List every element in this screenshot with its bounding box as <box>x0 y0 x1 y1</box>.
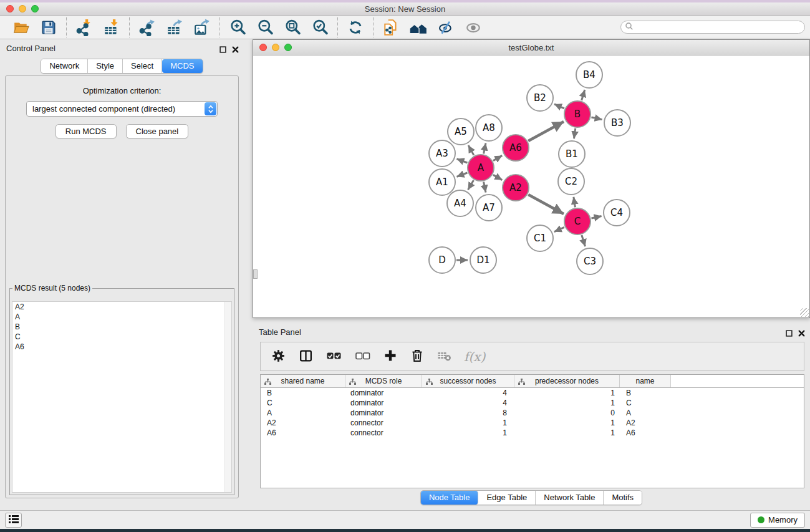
save-session-button[interactable] <box>37 17 60 37</box>
table-row[interactable]: A2connector11A2 <box>261 418 804 428</box>
graph-edge-B-B3[interactable] <box>591 117 602 120</box>
table-cell[interactable]: 8 <box>422 409 514 417</box>
tab-network-table[interactable]: Network Table <box>536 491 604 505</box>
graph-node-A6[interactable]: A6 <box>503 135 529 161</box>
float-panel-icon[interactable] <box>219 44 226 56</box>
delete-table-button[interactable] <box>436 347 452 367</box>
create-column-button[interactable] <box>383 347 398 367</box>
table-cell[interactable]: 4 <box>422 399 514 407</box>
table-cell[interactable]: A2 <box>620 418 671 427</box>
import-table-button[interactable] <box>100 17 123 37</box>
table-cell[interactable]: dominator <box>345 389 422 397</box>
mcds-result-item[interactable]: A6 <box>12 342 231 352</box>
run-mcds-button[interactable]: Run MCDS <box>55 124 117 138</box>
function-builder-button[interactable]: f(x) <box>464 347 485 367</box>
table-cell[interactable]: C <box>261 399 345 407</box>
copy-network-button[interactable] <box>379 17 403 37</box>
table-cell[interactable]: A <box>261 409 345 417</box>
toggle-graphics-details-button[interactable] <box>434 17 458 37</box>
mcds-result-item[interactable]: A <box>12 312 231 322</box>
graph-edge-C-C4[interactable] <box>591 216 601 218</box>
table-options-button[interactable] <box>271 347 286 367</box>
graph-node-B2[interactable]: B2 <box>527 85 553 111</box>
graph-node-A7[interactable]: A7 <box>476 195 502 221</box>
zoom-out-button[interactable] <box>253 17 277 37</box>
table-cell[interactable]: dominator <box>345 409 422 417</box>
tab-select[interactable]: Select <box>123 59 162 73</box>
graph-node-B1[interactable]: B1 <box>559 141 585 167</box>
task-history-button[interactable] <box>5 513 22 528</box>
table-cell[interactable]: 1 <box>514 428 620 437</box>
graph-node-A1[interactable]: A1 <box>429 169 455 195</box>
table-row[interactable]: Bdominator41B <box>261 388 804 398</box>
table-cell[interactable]: 4 <box>422 389 514 397</box>
memory-button[interactable]: Memory <box>750 513 805 528</box>
tab-motifs[interactable]: Motifs <box>604 491 642 505</box>
table-cell[interactable]: 1 <box>514 418 620 427</box>
close-panel-icon[interactable] <box>798 328 805 339</box>
maximize-window-button[interactable] <box>31 5 39 12</box>
graph-node-A5[interactable]: A5 <box>448 118 474 145</box>
tab-node-table[interactable]: Node Table <box>421 491 479 505</box>
table-cell[interactable]: A6 <box>261 428 345 437</box>
graph-edge-C-C2[interactable] <box>574 197 576 208</box>
table-cell[interactable]: C <box>620 399 671 407</box>
deselect-all-columns-button[interactable] <box>354 347 371 367</box>
graph-node-C1[interactable]: C1 <box>527 225 553 251</box>
tab-edge-table[interactable]: Edge Table <box>478 491 536 505</box>
table-cell[interactable]: connector <box>345 418 422 427</box>
column-header-predecessor-nodes[interactable]: predecessor nodes <box>514 375 620 387</box>
table-row[interactable]: Adominator80A <box>261 408 804 418</box>
table-cell[interactable]: dominator <box>345 399 422 407</box>
optimization-criterion-select[interactable]: largest connected component (directed) <box>26 101 218 117</box>
search-input[interactable] <box>634 22 804 32</box>
table-cell[interactable]: A2 <box>261 418 345 427</box>
graph-node-A[interactable]: A <box>468 155 494 181</box>
column-header-shared-name[interactable]: shared name <box>261 375 345 387</box>
welcome-screen-button[interactable] <box>407 17 430 37</box>
graph-edge-A-A5[interactable] <box>468 145 474 155</box>
graph-node-C3[interactable]: C3 <box>577 248 603 274</box>
mcds-result-item[interactable]: B <box>12 322 231 332</box>
table-cell[interactable]: connector <box>345 428 422 437</box>
mcds-result-item[interactable]: C <box>12 332 231 342</box>
table-cell[interactable]: 1 <box>422 418 514 427</box>
graph-edge-A-A6[interactable] <box>493 155 502 160</box>
graph-edge-A-A3[interactable] <box>456 159 467 163</box>
export-image-button[interactable] <box>190 17 214 37</box>
network-canvas[interactable]: B4B2BB3B1A5A8A6A3AA1A2C2A4A7C4CC1C3DD1 <box>253 56 809 317</box>
graph-node-D1[interactable]: D1 <box>470 247 496 273</box>
window-resize-grip[interactable] <box>800 308 809 317</box>
table-cell[interactable]: B <box>620 389 671 397</box>
table-cell[interactable]: 1 <box>422 428 514 437</box>
graph-edge-A-A1[interactable] <box>456 173 467 177</box>
column-header-mcds-role[interactable]: MCDS role <box>345 375 422 387</box>
graph-node-A2[interactable]: A2 <box>503 175 529 201</box>
table-cell[interactable]: A <box>620 409 671 417</box>
table-cell[interactable]: 1 <box>514 389 620 397</box>
graph-edge-A2-C[interactable] <box>528 195 564 214</box>
graph-node-A4[interactable]: A4 <box>447 190 473 216</box>
network-maximize-button[interactable] <box>284 44 292 51</box>
graph-node-C4[interactable]: C4 <box>604 200 630 226</box>
graph-edge-B-B1[interactable] <box>574 128 575 138</box>
tab-network[interactable]: Network <box>41 59 88 73</box>
canvas-left-grip[interactable] <box>253 269 258 279</box>
import-network-button[interactable] <box>72 17 96 37</box>
graph-node-B[interactable]: B <box>564 101 591 127</box>
network-close-button[interactable] <box>259 44 267 51</box>
graph-edge-B-B2[interactable] <box>554 104 564 109</box>
tab-mcds[interactable]: MCDS <box>162 59 202 73</box>
minimize-window-button[interactable] <box>19 5 26 12</box>
graph-edge-C-C1[interactable] <box>554 227 564 231</box>
float-panel-icon[interactable] <box>786 328 793 339</box>
result-list-scrollbar[interactable] <box>224 302 231 492</box>
graph-edge-A-A2[interactable] <box>493 175 502 180</box>
table-row[interactable]: A6connector11A6 <box>261 428 804 438</box>
table-cell[interactable]: 1 <box>514 399 620 407</box>
zoom-selected-button[interactable] <box>308 17 332 37</box>
delete-column-button[interactable] <box>410 347 425 367</box>
tab-style[interactable]: Style <box>88 59 123 73</box>
select-all-columns-button[interactable] <box>325 347 342 367</box>
close-panel-icon[interactable] <box>232 44 239 56</box>
